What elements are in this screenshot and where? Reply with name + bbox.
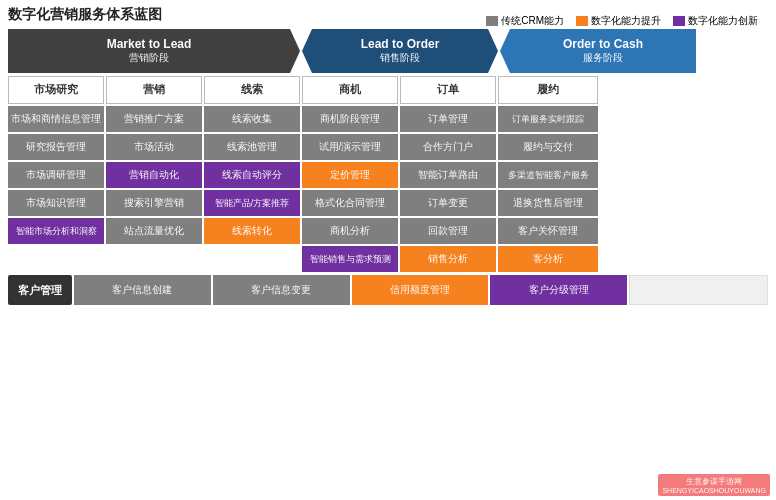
cell-5-1 bbox=[106, 246, 202, 272]
table-row-3: 市场知识管理 搜索引擎营销 智能产品/方案推荐 格式化合同管理 订单变更 退换货… bbox=[8, 190, 768, 216]
cell-0-2: 线索收集 bbox=[204, 106, 300, 132]
cell-3-1: 搜索引擎营销 bbox=[106, 190, 202, 216]
phases-bar: Market to Lead 营销阶段 Lead to Order 销售阶段 O… bbox=[8, 29, 768, 73]
column-headers-row: 市场研究 营销 线索 商机 订单 履约 bbox=[8, 76, 768, 104]
cell-0-5: 订单服务实时跟踪 bbox=[498, 106, 598, 132]
cell-4-5: 客户关怀管理 bbox=[498, 218, 598, 244]
cell-5-3: 智能销售与需求预测 bbox=[302, 246, 398, 272]
legend: 传统CRM能力 数字化能力提升 数字化能力创新 bbox=[486, 14, 758, 28]
cell-2-1: 营销自动化 bbox=[106, 162, 202, 188]
cell-3-0: 市场知识管理 bbox=[8, 190, 104, 216]
cell-3-4: 订单变更 bbox=[400, 190, 496, 216]
cell-5-0 bbox=[8, 246, 104, 272]
col-header-0: 市场研究 bbox=[8, 76, 104, 104]
cell-4-0: 智能市场分析和洞察 bbox=[8, 218, 104, 244]
cell-5-4: 销售分析 bbox=[400, 246, 496, 272]
cell-1-5: 履约与交付 bbox=[498, 134, 598, 160]
phase-lead-to-order: Lead to Order 销售阶段 bbox=[302, 29, 498, 73]
cell-1-2: 线索池管理 bbox=[204, 134, 300, 160]
page-title: 数字化营销服务体系蓝图 bbox=[8, 6, 162, 22]
cell-2-5: 多渠道智能客户服务 bbox=[498, 162, 598, 188]
bottom-label: 客户管理 bbox=[8, 275, 72, 305]
bottom-cells: 客户信息创建 客户信息变更 信用额度管理 客户分级管理 bbox=[74, 275, 768, 305]
bottom-cell-1: 客户信息变更 bbox=[213, 275, 350, 305]
legend-crm: 传统CRM能力 bbox=[486, 14, 564, 28]
legend-innovation: 数字化能力创新 bbox=[673, 14, 758, 28]
bottom-cell-3: 客户分级管理 bbox=[490, 275, 627, 305]
cell-2-2: 线索自动评分 bbox=[204, 162, 300, 188]
cell-3-5: 退换货售后管理 bbox=[498, 190, 598, 216]
cell-1-3: 试用/演示管理 bbox=[302, 134, 398, 160]
cell-0-4: 订单管理 bbox=[400, 106, 496, 132]
cell-1-0: 研究报告管理 bbox=[8, 134, 104, 160]
cell-4-4: 回款管理 bbox=[400, 218, 496, 244]
watermark: 生意参谋手游网 SHENGYICAOSHOUYOUWANG bbox=[658, 474, 770, 496]
cell-3-3: 格式化合同管理 bbox=[302, 190, 398, 216]
col-header-2: 线索 bbox=[204, 76, 300, 104]
cell-1-1: 市场活动 bbox=[106, 134, 202, 160]
cell-0-1: 营销推广方案 bbox=[106, 106, 202, 132]
table-row-5: 智能销售与需求预测 销售分析 客分析 bbox=[8, 246, 768, 272]
col-header-5: 履约 bbox=[498, 76, 598, 104]
cell-0-0: 市场和商情信息管理 bbox=[8, 106, 104, 132]
col-header-1: 营销 bbox=[106, 76, 202, 104]
cell-5-2 bbox=[204, 246, 300, 272]
bottom-cell-0: 客户信息创建 bbox=[74, 275, 211, 305]
cell-0-3: 商机阶段管理 bbox=[302, 106, 398, 132]
legend-digital: 数字化能力提升 bbox=[576, 14, 661, 28]
cell-1-4: 合作方门户 bbox=[400, 134, 496, 160]
phase-order-to-cash: Order to Cash 服务阶段 bbox=[500, 29, 696, 73]
phase-market-to-lead: Market to Lead 营销阶段 bbox=[8, 29, 300, 73]
cell-3-2: 智能产品/方案推荐 bbox=[204, 190, 300, 216]
cell-4-3: 商机分析 bbox=[302, 218, 398, 244]
cell-4-1: 站点流量优化 bbox=[106, 218, 202, 244]
cell-5-5: 客分析 bbox=[498, 246, 598, 272]
cell-2-4: 智能订单路由 bbox=[400, 162, 496, 188]
bottom-cell-2: 信用额度管理 bbox=[352, 275, 489, 305]
cell-2-0: 市场调研管理 bbox=[8, 162, 104, 188]
main-grid: 市场研究 营销 线索 商机 订单 履约 市场和商情信息管理 营销推广方案 线索收… bbox=[8, 76, 768, 272]
table-row-0: 市场和商情信息管理 营销推广方案 线索收集 商机阶段管理 订单管理 订单服务实时… bbox=[8, 106, 768, 132]
bottom-section: 客户管理 客户信息创建 客户信息变更 信用额度管理 客户分级管理 bbox=[8, 275, 768, 305]
col-header-3: 商机 bbox=[302, 76, 398, 104]
table-row-1: 研究报告管理 市场活动 线索池管理 试用/演示管理 合作方门户 履约与交付 bbox=[8, 134, 768, 160]
bottom-cell-4 bbox=[629, 275, 768, 305]
table-row-4: 智能市场分析和洞察 站点流量优化 线索转化 商机分析 回款管理 客户关怀管理 bbox=[8, 218, 768, 244]
table-row-2: 市场调研管理 营销自动化 线索自动评分 定价管理 智能订单路由 多渠道智能客户服… bbox=[8, 162, 768, 188]
cell-4-2: 线索转化 bbox=[204, 218, 300, 244]
cell-2-3: 定价管理 bbox=[302, 162, 398, 188]
col-header-4: 订单 bbox=[400, 76, 496, 104]
